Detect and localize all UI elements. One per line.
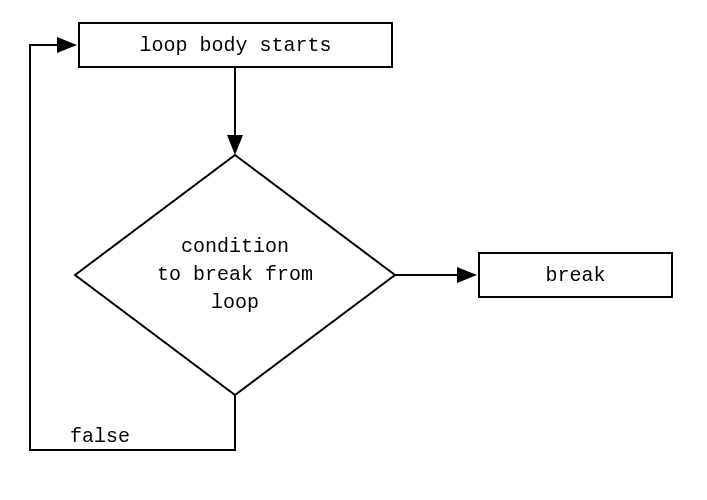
node-loop-start-label: loop body starts (139, 34, 331, 57)
node-condition-label: condition to break from loop (157, 233, 313, 317)
edge-label-false: false (70, 425, 130, 448)
flowchart-canvas: loop body starts condition to break from… (0, 0, 707, 500)
node-loop-start: loop body starts (78, 22, 393, 68)
node-condition: condition to break from loop (130, 235, 340, 315)
node-break: break (478, 252, 673, 298)
node-break-label: break (545, 264, 605, 287)
